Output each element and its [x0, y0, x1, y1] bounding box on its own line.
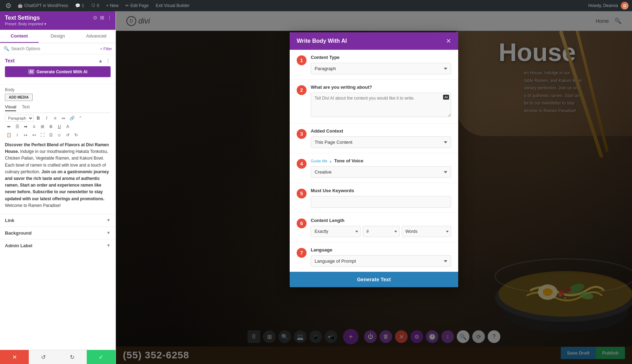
more-icon[interactable]: ⋮ — [107, 15, 112, 20]
modal-step-5: 5 Must Use Keywords — [290, 183, 458, 213]
search-input[interactable] — [11, 46, 98, 51]
tone-voice-label: Guide Me ▲ Tone of Voice — [311, 158, 451, 163]
text-section-title: Text — [5, 58, 15, 63]
tone-voice-select[interactable]: Creative Professional Casual Friendly Fo… — [311, 166, 451, 178]
left-sidebar: Text Settings Preset: Body imported ▾ ⊙ … — [0, 11, 116, 364]
body-text-content: Discover the Perfect Blend of Flavors at… — [5, 140, 111, 211]
modal-close-button[interactable]: ✕ — [446, 38, 451, 44]
sidebar-preset[interactable]: Preset: Body imported ▾ — [5, 22, 111, 26]
confirm-button[interactable]: ✓ — [87, 350, 116, 364]
ordered-list-button[interactable]: ≔ — [60, 114, 67, 122]
unordered-list-button[interactable]: ≡ — [51, 114, 59, 122]
step-badge-6: 6 — [297, 218, 307, 228]
strikethrough-button[interactable]: S — [47, 123, 55, 130]
added-context-select[interactable]: This Page Content No Context Custom Cont… — [311, 136, 451, 148]
align-justify-button[interactable]: ≡ — [30, 123, 38, 130]
blockquote-button[interactable]: " — [77, 114, 84, 122]
right-content-area: D divi Home 🔍 House en House. Indulge in… — [116, 11, 632, 364]
added-context-label: Added Context — [311, 128, 451, 134]
content-length-controls: Exactly At Least At Most Approximately #… — [311, 226, 451, 237]
modal-step-6: 6 Content Length Exactly At Least At Mos… — [290, 213, 458, 242]
step-badge-7: 7 — [297, 248, 307, 258]
align-center-button[interactable]: ☰ — [13, 123, 21, 130]
link-section-arrow: ▼ — [106, 218, 111, 223]
keywords-label: Must Use Keywords — [311, 188, 451, 193]
align-left-button[interactable]: ⬅ — [5, 123, 13, 130]
text-section-icons: ▲ ⋮ — [98, 58, 111, 63]
writing-about-wrapper: AI — [311, 93, 451, 118]
italic2-button[interactable]: i — [13, 131, 21, 139]
outdent-button[interactable]: ↤ — [30, 131, 38, 139]
tab-design[interactable]: Design — [39, 30, 77, 43]
modal-step-4: 4 Guide Me ▲ Tone of Voice — [290, 153, 458, 183]
italic-button[interactable]: I — [43, 114, 51, 122]
admin-bar-new[interactable]: + New — [103, 2, 121, 9]
modal-step-7: 7 Language Language of Prompt English Sp… — [290, 242, 458, 272]
redo-button[interactable]: ↻ — [58, 350, 87, 364]
admin-label-section[interactable]: Admin Label ▼ — [0, 239, 116, 252]
admin-bar-chatgpt[interactable]: 🤖 ChatGPT in WordPress — [15, 2, 71, 9]
paragraph-select[interactable]: Paragraph — [5, 115, 34, 122]
chatgpt-icon: 🤖 — [18, 3, 23, 8]
table-button[interactable]: ⊞ — [39, 123, 46, 130]
text-section-header: Text ▲ ⋮ — [5, 58, 111, 63]
admin-bar-edit-page[interactable]: ✏ Edit Page — [123, 2, 151, 9]
modal-footer: Generate Text — [290, 272, 458, 287]
add-media-button[interactable]: ADD MEDIA — [5, 94, 33, 101]
number-select[interactable]: # 1 2 3 5 10 — [363, 226, 400, 237]
special-chars-button[interactable]: Ω — [47, 131, 55, 139]
wp-logo-icon[interactable]: ⚙ — [4, 1, 13, 11]
words-select[interactable]: Words Sentences Paragraphs — [402, 226, 452, 237]
user-avatar: D — [621, 2, 628, 9]
background-section[interactable]: Background ▼ — [0, 227, 116, 239]
underline-button[interactable]: U — [55, 123, 63, 130]
more-options-icon[interactable]: ⋮ — [106, 58, 111, 63]
text-section: Text ▲ ⋮ AI Generate Content With AI — [0, 54, 116, 85]
language-select[interactable]: Language of Prompt English Spanish Frenc… — [311, 255, 451, 267]
editor-tab-text[interactable]: Text — [22, 105, 29, 111]
link-section[interactable]: Link ▼ — [0, 214, 116, 227]
undo2-button[interactable]: ↺ — [64, 131, 72, 139]
exactly-select[interactable]: Exactly At Least At Most Approximately — [311, 226, 361, 237]
writing-about-label: What are you writing about? — [311, 85, 451, 90]
editor-tabs: Visual Text — [5, 103, 111, 113]
content-type-field: Content Type Paragraph Heading List Quot… — [311, 55, 451, 74]
keywords-input[interactable] — [311, 196, 451, 208]
editor-tab-visual[interactable]: Visual — [5, 105, 16, 111]
modal-header: Write Body With AI ✕ — [290, 32, 458, 50]
editor-toolbar-row1: Paragraph B I ≡ ≔ 🔗 " — [5, 114, 111, 122]
layout-icon[interactable]: ⊞ — [100, 15, 104, 20]
filter-button[interactable]: + Filter — [100, 47, 112, 51]
admin-bar-exit-builder[interactable]: Exit Visual Builder — [153, 2, 192, 9]
undo-button[interactable]: ↺ — [29, 350, 58, 364]
emoji-button[interactable]: ☺ — [55, 131, 63, 139]
paste-text-button[interactable]: 📋 — [5, 131, 13, 139]
admin-bar-comments[interactable]: 🗨 0 — [88, 2, 102, 9]
language-label: Language — [311, 247, 451, 252]
generate-content-with-ai-button[interactable]: AI Generate Content With AI — [5, 66, 111, 77]
modal-overlay: Write Body With AI ✕ 1 Content Type Para… — [116, 11, 632, 364]
redo2-button[interactable]: ↻ — [72, 131, 80, 139]
collapse-icon[interactable]: ▲ — [98, 58, 103, 63]
modal-title: Write Body With AI — [297, 38, 347, 44]
text-color-button[interactable]: A — [64, 123, 72, 130]
link-button[interactable]: 🔗 — [68, 114, 76, 122]
bold-button[interactable]: B — [34, 114, 42, 122]
tab-advanced[interactable]: Advanced — [77, 30, 116, 43]
generate-text-button[interactable]: Generate Text — [290, 272, 458, 287]
writing-about-textarea[interactable] — [311, 93, 451, 117]
guide-me-link[interactable]: Guide Me ▲ — [311, 159, 332, 163]
comment-icon: 🗨 — [91, 3, 96, 8]
fullscreen-button[interactable]: ⛶ — [39, 131, 46, 139]
background-section-title: Background — [5, 230, 32, 236]
cancel-button[interactable]: ✕ — [0, 350, 29, 364]
content-type-select[interactable]: Paragraph Heading List Quote — [311, 63, 451, 74]
modal-step-2: 2 What are you writing about? AI — [290, 80, 458, 123]
settings-icon[interactable]: ⊙ — [93, 15, 97, 20]
admin-bar-bubbles[interactable]: 💬 1 — [72, 2, 87, 9]
admin-bar: ⚙ 🤖 ChatGPT in WordPress 💬 1 🗨 0 + New ✏… — [0, 0, 632, 11]
align-right-button[interactable]: ➡ — [22, 123, 29, 130]
indent-button[interactable]: ↦ — [22, 131, 29, 139]
editor-toolbar-row3: 📋 i ↦ ↤ ⛶ Ω ☺ ↺ ↻ — [5, 131, 111, 139]
tab-content[interactable]: Content — [0, 30, 39, 43]
